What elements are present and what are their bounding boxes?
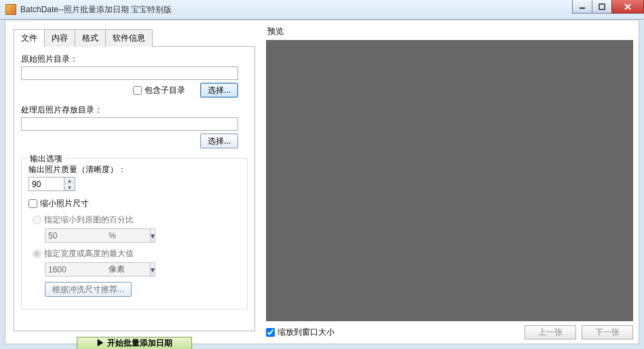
- maxdim-unit: 像素: [109, 264, 125, 275]
- choose-source-button[interactable]: 选择...: [200, 83, 238, 98]
- shrink-maxdim-label: 指定宽度或高度的最大值: [44, 248, 134, 260]
- tab-content[interactable]: 内容: [44, 29, 75, 47]
- quality-up-icon[interactable]: ▲: [64, 178, 75, 184]
- choose-dest-button[interactable]: 选择...: [200, 134, 238, 148]
- output-options-group: 输出选项 输出照片质量（清晰度）： ▲▼ 缩小照片尺寸 指定缩小到原图的百分比: [21, 158, 248, 310]
- include-subdirs-checkbox[interactable]: 包含子目录: [133, 85, 185, 96]
- tab-bar: 文件 内容 格式 软件信息: [14, 28, 255, 47]
- svg-rect-1: [599, 4, 605, 9]
- source-dir-input[interactable]: [21, 66, 238, 80]
- window-controls: [573, 0, 644, 14]
- shrink-maxdim-radio[interactable]: [33, 249, 41, 258]
- shrink-percent-radio[interactable]: [33, 215, 41, 224]
- quality-input[interactable]: [29, 177, 64, 191]
- shrink-percent-label: 指定缩小到原图的百分比: [44, 214, 134, 226]
- dest-dir-input[interactable]: [21, 117, 238, 131]
- preview-area: [266, 40, 633, 321]
- tab-format[interactable]: 格式: [75, 29, 106, 47]
- quality-stepper[interactable]: ▲▼: [29, 177, 76, 191]
- client-area: 文件 内容 格式 软件信息 原始照片目录： 包含子目录 选择... 处理后照片存…: [5, 20, 639, 344]
- percent-unit: %: [109, 231, 116, 241]
- shrink-checkbox[interactable]: 缩小照片尺寸: [29, 198, 89, 209]
- titlebar: BatchDate--照片批量添加日期 宝宝特别版: [0, 0, 644, 20]
- quality-label: 输出照片质量（清晰度）：: [29, 164, 240, 176]
- preview-title: 预览: [267, 26, 633, 37]
- fit-window-label: 缩放到窗口大小: [278, 327, 335, 338]
- tab-body-file: 原始照片目录： 包含子目录 选择... 处理后照片存放目录： 选择... 输出选…: [14, 47, 255, 331]
- output-options-title: 输出选项: [27, 153, 65, 165]
- right-pane: 预览 缩放到窗口大小 上一张 下一张: [263, 20, 639, 344]
- maxdim-combo[interactable]: ▾: [45, 262, 105, 276]
- window-title: BatchDate--照片批量添加日期 宝宝特别版: [20, 4, 172, 16]
- dest-dir-label: 处理后照片存放目录：: [21, 104, 248, 116]
- next-image-button[interactable]: 下一张: [582, 325, 633, 340]
- app-icon: [5, 4, 16, 15]
- shrink-label: 缩小照片尺寸: [40, 198, 89, 209]
- minimize-button[interactable]: [572, 0, 592, 14]
- start-button[interactable]: ▶ 开始批量添加日期: [77, 337, 192, 349]
- recommend-size-button[interactable]: 根据冲洗尺寸推荐...: [45, 282, 132, 297]
- maxdim-input[interactable]: [45, 262, 150, 276]
- percent-combo[interactable]: ▾: [45, 228, 105, 243]
- prev-image-button[interactable]: 上一张: [525, 325, 576, 340]
- left-pane: 文件 内容 格式 软件信息 原始照片目录： 包含子目录 选择... 处理后照片存…: [5, 20, 263, 344]
- tab-about[interactable]: 软件信息: [105, 29, 153, 47]
- chevron-down-icon[interactable]: ▾: [150, 228, 155, 243]
- source-dir-label: 原始照片目录：: [21, 54, 248, 65]
- maximize-button[interactable]: [592, 0, 612, 14]
- chevron-down-icon[interactable]: ▾: [150, 262, 155, 276]
- preview-footer: 缩放到窗口大小 上一张 下一张: [266, 325, 633, 340]
- fit-window-checkbox[interactable]: 缩放到窗口大小: [266, 327, 335, 338]
- close-button[interactable]: [611, 0, 644, 14]
- include-subdirs-label: 包含子目录: [145, 85, 185, 96]
- percent-input[interactable]: [45, 228, 150, 243]
- quality-down-icon[interactable]: ▼: [64, 184, 75, 191]
- tab-file[interactable]: 文件: [14, 29, 45, 47]
